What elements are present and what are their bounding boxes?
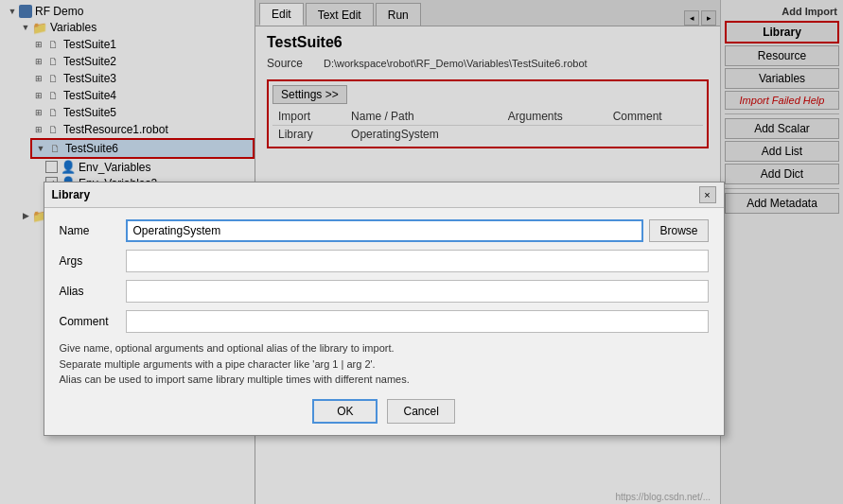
dialog-overlay: Library × Name Browse Args Alias bbox=[0, 0, 843, 504]
name-label: Name bbox=[60, 224, 126, 237]
comment-input[interactable] bbox=[126, 310, 709, 333]
dialog-args-row: Args bbox=[60, 250, 709, 272]
library-dialog: Library × Name Browse Args Alias bbox=[44, 182, 725, 436]
name-input-wrap: Browse bbox=[126, 219, 709, 242]
dialog-buttons: OK Cancel bbox=[60, 399, 709, 424]
name-input[interactable] bbox=[126, 219, 644, 242]
args-input[interactable] bbox=[126, 250, 709, 272]
dialog-titlebar: Library × bbox=[44, 182, 724, 208]
args-label: Args bbox=[60, 254, 126, 268]
alias-label: Alias bbox=[60, 285, 126, 298]
alias-input[interactable] bbox=[126, 280, 709, 303]
dialog-alias-row: Alias bbox=[60, 280, 709, 303]
dialog-ok-btn[interactable]: OK bbox=[312, 399, 378, 424]
dialog-cancel-btn[interactable]: Cancel bbox=[387, 399, 454, 424]
dialog-title: Library bbox=[52, 188, 91, 201]
dialog-help-text: Give name, optional arguments and option… bbox=[60, 340, 709, 388]
dialog-name-row: Name Browse bbox=[60, 219, 709, 242]
browse-btn[interactable]: Browse bbox=[649, 219, 708, 242]
comment-label: Comment bbox=[60, 315, 126, 328]
dialog-close-btn[interactable]: × bbox=[699, 186, 716, 203]
dialog-content: Name Browse Args Alias Comment bbox=[44, 208, 724, 435]
dialog-comment-row: Comment bbox=[60, 310, 709, 333]
